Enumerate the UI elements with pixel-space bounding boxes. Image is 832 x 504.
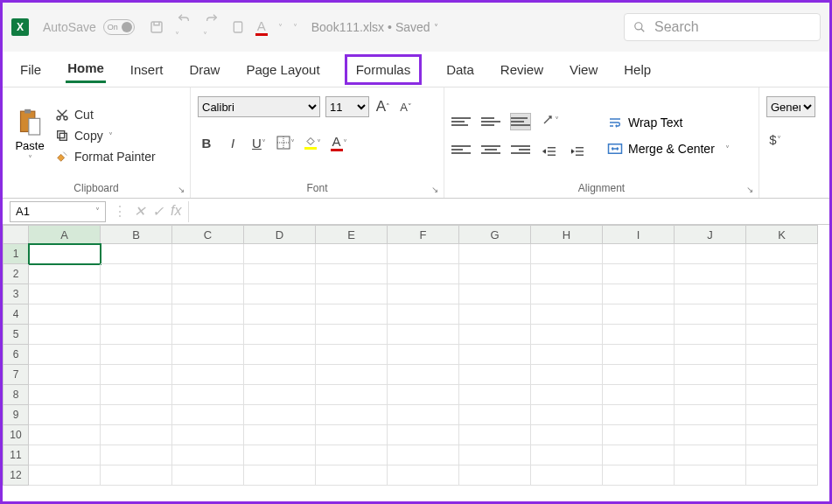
tab-home[interactable]: Home xyxy=(66,55,106,83)
cell[interactable] xyxy=(101,284,172,304)
format-painter-button[interactable]: Format Painter xyxy=(55,150,156,164)
cell[interactable] xyxy=(29,345,101,365)
cell[interactable] xyxy=(675,385,746,405)
clipboard-launcher-icon[interactable]: ↘ xyxy=(178,185,185,194)
col-header[interactable]: F xyxy=(388,225,459,244)
cell[interactable] xyxy=(172,264,244,284)
cell[interactable] xyxy=(244,425,316,445)
row-header[interactable]: 2 xyxy=(3,264,29,284)
shrink-font-button[interactable]: A˅ xyxy=(397,97,415,116)
cell[interactable] xyxy=(675,466,746,486)
cell[interactable] xyxy=(459,325,531,345)
cell[interactable] xyxy=(531,284,603,304)
cell[interactable] xyxy=(101,264,172,284)
cell[interactable] xyxy=(675,345,746,365)
cell[interactable] xyxy=(172,244,244,264)
cell[interactable] xyxy=(603,325,675,345)
wrap-text-button[interactable]: Wrap Text xyxy=(607,116,730,130)
tab-view[interactable]: View xyxy=(568,57,599,82)
cell[interactable] xyxy=(316,244,388,264)
cell[interactable] xyxy=(388,405,459,425)
cell[interactable] xyxy=(746,244,818,264)
qat-customize-icon[interactable]: ˅ xyxy=(293,23,297,32)
name-box[interactable]: A1˅ xyxy=(10,201,106,222)
cell[interactable] xyxy=(172,284,244,304)
cell[interactable] xyxy=(29,425,101,445)
grow-font-button[interactable]: A˄ xyxy=(374,97,392,116)
cell[interactable] xyxy=(746,466,818,486)
cell[interactable] xyxy=(29,445,101,466)
cell[interactable] xyxy=(746,425,818,445)
cell[interactable] xyxy=(746,264,818,284)
row-header[interactable]: 3 xyxy=(3,284,29,304)
formula-input[interactable] xyxy=(188,201,829,222)
align-right-button[interactable] xyxy=(511,142,530,158)
search-box[interactable]: Search xyxy=(624,13,821,41)
row-header[interactable]: 12 xyxy=(3,466,29,486)
cell[interactable] xyxy=(316,385,388,405)
cell[interactable] xyxy=(244,284,316,304)
col-header[interactable]: C xyxy=(172,225,244,244)
italic-button[interactable]: I xyxy=(224,133,241,152)
fx-icon[interactable]: fx xyxy=(171,203,181,220)
paste-button[interactable]: Paste ˅ xyxy=(10,91,50,180)
row-header[interactable]: 5 xyxy=(3,325,29,345)
cell[interactable] xyxy=(388,385,459,405)
qat-dropdown-icon[interactable]: ˅ xyxy=(278,23,283,32)
cell[interactable] xyxy=(101,466,172,486)
row-header[interactable]: 7 xyxy=(3,365,29,385)
cell[interactable] xyxy=(29,325,101,345)
cell[interactable] xyxy=(459,445,531,466)
cell[interactable] xyxy=(459,244,531,264)
cell[interactable] xyxy=(531,385,603,405)
cell[interactable] xyxy=(172,405,244,425)
cell[interactable] xyxy=(29,385,101,405)
cell[interactable] xyxy=(316,466,388,486)
alignment-launcher-icon[interactable]: ↘ xyxy=(746,185,753,194)
save-icon[interactable] xyxy=(149,19,164,35)
cell[interactable] xyxy=(101,244,172,264)
cell[interactable] xyxy=(316,325,388,345)
cell[interactable] xyxy=(244,345,316,365)
cell[interactable] xyxy=(244,304,316,325)
cell[interactable] xyxy=(244,365,316,385)
cell[interactable] xyxy=(531,405,603,425)
cell[interactable] xyxy=(316,304,388,325)
row-header[interactable]: 9 xyxy=(3,405,29,425)
cell[interactable] xyxy=(172,385,244,405)
tab-data[interactable]: Data xyxy=(444,57,476,82)
tab-help[interactable]: Help xyxy=(622,57,653,82)
align-top-button[interactable] xyxy=(451,114,471,130)
row-header[interactable]: 8 xyxy=(3,385,29,405)
bold-button[interactable]: B xyxy=(198,133,215,152)
undo-icon[interactable]: ˅ xyxy=(175,12,192,42)
cell[interactable] xyxy=(101,304,172,325)
cell[interactable] xyxy=(29,264,101,284)
row-header[interactable]: 6 xyxy=(3,345,29,365)
cell[interactable] xyxy=(316,284,388,304)
cell[interactable] xyxy=(675,264,746,284)
tab-file[interactable]: File xyxy=(18,57,43,82)
cell[interactable] xyxy=(603,445,675,466)
cell[interactable] xyxy=(746,365,818,385)
cell[interactable] xyxy=(388,345,459,365)
tab-formulas[interactable]: Formulas xyxy=(345,54,423,85)
cell[interactable] xyxy=(388,425,459,445)
fill-color-button[interactable] xyxy=(304,133,321,152)
cell[interactable] xyxy=(675,425,746,445)
tab-draw[interactable]: Draw xyxy=(187,57,221,82)
cell[interactable] xyxy=(29,284,101,304)
cell[interactable] xyxy=(675,304,746,325)
cell[interactable] xyxy=(746,304,818,325)
cell[interactable] xyxy=(29,365,101,385)
tab-insert[interactable]: Insert xyxy=(129,57,165,82)
cell[interactable] xyxy=(172,445,244,466)
cell[interactable] xyxy=(675,445,746,466)
cell[interactable] xyxy=(746,405,818,425)
row-header[interactable]: 4 xyxy=(3,304,29,325)
cell[interactable] xyxy=(675,365,746,385)
col-header[interactable]: K xyxy=(746,225,818,244)
cell[interactable] xyxy=(603,385,675,405)
cell[interactable] xyxy=(675,284,746,304)
border-button[interactable] xyxy=(276,133,295,152)
